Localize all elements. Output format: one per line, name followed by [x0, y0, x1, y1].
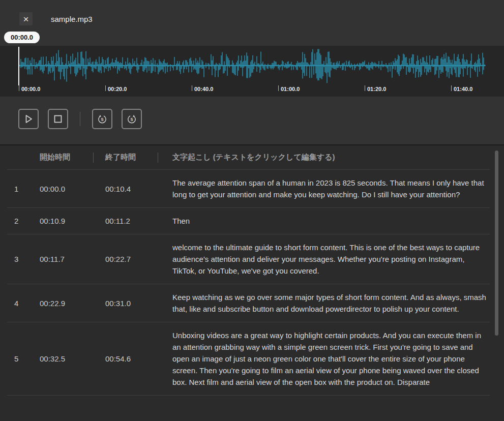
timeline-tick-label: 01:20.0 — [367, 86, 386, 92]
transcription-window: × sample.mp3 00:00.0 00:00.000:20.000:40… — [0, 0, 504, 421]
row-index: 5 — [7, 354, 31, 363]
row-transcript-text[interactable]: Keep watching as we go over some major t… — [158, 284, 490, 322]
column-start-time: 開始時間 — [31, 153, 93, 162]
rewind-5s-icon: 5 — [96, 113, 108, 125]
header-separator — [93, 153, 94, 163]
play-icon — [23, 113, 34, 125]
row-start-time: 00:00.0 — [31, 185, 93, 193]
transcript-row: 1 00:00.0 00:10.4 The average attention … — [7, 170, 490, 208]
transcript-row: 5 00:32.5 00:54.6 Unboxing videos are a … — [7, 322, 490, 396]
play-button[interactable] — [18, 109, 39, 129]
timeline-tick — [451, 85, 452, 91]
close-button[interactable]: × — [19, 12, 33, 25]
timeline-tick — [105, 85, 106, 91]
row-transcript-text[interactable]: The average attention span of a human in… — [158, 170, 490, 207]
column-end-time: 終了時間 — [93, 153, 158, 162]
timeline-tick — [278, 85, 279, 91]
timeline-tick — [365, 85, 365, 91]
stop-button[interactable] — [48, 109, 68, 129]
header-separator — [158, 153, 158, 163]
row-end-time: 00:31.0 — [93, 299, 158, 308]
waveform[interactable] — [18, 46, 486, 85]
playback-controls: 5 5 — [18, 109, 142, 129]
playhead[interactable] — [18, 47, 19, 85]
table-header: 開始時間 終了時間 文字起こし (テキストをクリックして編集する) — [7, 145, 490, 170]
row-index: 1 — [7, 185, 31, 193]
timeline-tick-label: 00:00.0 — [21, 86, 40, 92]
transcript-row: 2 00:10.9 00:11.2 Then — [7, 208, 490, 234]
column-transcript: 文字起こし (テキストをクリックして編集する) — [158, 153, 490, 162]
row-start-time: 00:10.9 — [31, 217, 93, 225]
forward-5s-button[interactable]: 5 — [122, 109, 142, 129]
row-end-time: 00:10.4 — [93, 185, 158, 193]
transcript-row: 4 00:22.9 00:31.0 Keep watching as we go… — [7, 284, 490, 322]
playhead-time-tooltip: 00:00.0 — [4, 32, 40, 43]
rewind-seconds-label: 5 — [101, 117, 104, 122]
row-index: 3 — [7, 255, 31, 263]
transcript-section: 開始時間 終了時間 文字起こし (テキストをクリックして編集する) 1 00:0… — [0, 144, 504, 421]
row-end-time: 00:54.6 — [93, 354, 158, 363]
timeline-tick-label: 00:40.0 — [194, 86, 213, 92]
row-transcript-text[interactable]: welcome to the ultimate guide to short f… — [158, 234, 490, 284]
row-index: 4 — [7, 299, 31, 308]
forward-seconds-label: 5 — [131, 117, 133, 122]
filename-label: sample.mp3 — [51, 15, 93, 23]
forward-5s-icon: 5 — [126, 113, 138, 125]
row-start-time: 00:22.9 — [31, 299, 93, 308]
timeline-tick — [192, 85, 192, 91]
row-start-time: 00:32.5 — [31, 354, 93, 363]
row-transcript-text[interactable]: Then — [158, 208, 490, 234]
stop-icon — [52, 113, 64, 125]
controls-divider — [80, 112, 80, 126]
waveform-panel[interactable]: 00:00.000:20.000:40.001:00.001:20.001:40… — [0, 46, 504, 97]
row-end-time: 00:22.7 — [93, 255, 158, 263]
rewind-5s-button[interactable]: 5 — [92, 109, 112, 129]
row-index: 2 — [7, 217, 31, 225]
transcript-row: 3 00:11.7 00:22.7 welcome to the ultimat… — [7, 234, 490, 284]
timeline-tick-label: 01:40.0 — [454, 86, 472, 92]
timeline-tick — [19, 85, 19, 91]
timeline-tick-label: 01:00.0 — [281, 86, 300, 92]
table-scrollbar[interactable] — [495, 149, 498, 417]
row-end-time: 00:11.2 — [93, 217, 158, 225]
titlebar: × sample.mp3 — [19, 12, 93, 25]
timeline-ruler[interactable]: 00:00.000:20.000:40.001:00.001:20.001:40… — [0, 85, 504, 97]
row-transcript-text[interactable]: Unboxing videos are a great way to highl… — [158, 322, 490, 395]
row-start-time: 00:11.7 — [31, 255, 93, 263]
timeline-tick-label: 00:20.0 — [108, 86, 127, 92]
waveform-path — [19, 49, 485, 83]
close-icon: × — [23, 14, 28, 24]
table-body: 1 00:00.0 00:10.4 The average attention … — [0, 170, 504, 396]
scrollbar-thumb[interactable] — [495, 151, 498, 336]
